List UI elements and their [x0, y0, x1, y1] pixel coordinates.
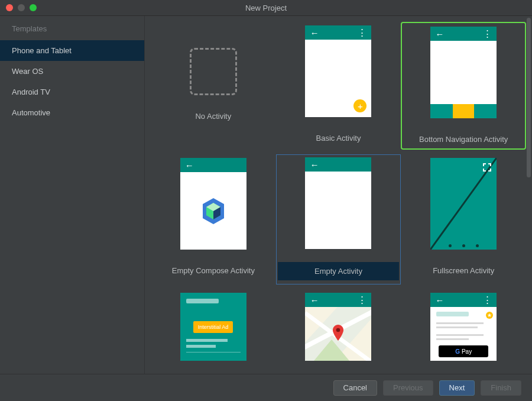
template-google-maps[interactable]: ← ⋮	[276, 289, 401, 366]
template-empty-compose[interactable]: ← Empty Compose Activity	[151, 154, 276, 284]
sidebar-item-android-tv[interactable]: Android TV	[0, 82, 144, 102]
star-badge-icon: ★	[486, 312, 493, 319]
more-vert-icon: ⋮	[483, 295, 492, 305]
template-label: No Activity	[195, 112, 231, 121]
sidebar-item-wear-os[interactable]: Wear OS	[0, 61, 144, 82]
sidebar-header: Templates	[0, 16, 144, 40]
template-thumbnail: Interstitial Ad	[180, 293, 246, 361]
template-interstitial-ad[interactable]: Interstitial Ad	[151, 289, 276, 366]
template-thumbnail: ← ⋮ +	[305, 25, 371, 117]
template-label: Empty Compose Activity	[172, 266, 255, 275]
cancel-button[interactable]: Cancel	[333, 380, 377, 396]
back-arrow-icon: ←	[185, 160, 194, 170]
gpay-button: G G Pay Pay	[439, 345, 488, 357]
fullscreen-icon	[482, 163, 492, 172]
bottom-nav-bar	[430, 104, 497, 118]
compose-logo-icon	[200, 197, 226, 225]
template-google-pay[interactable]: ← ⋮ ★ G G Pay Pay	[401, 289, 526, 366]
template-label: Empty Activity	[278, 262, 400, 280]
ad-badge: Interstitial Ad	[193, 321, 233, 333]
sidebar-item-automotive[interactable]: Automotive	[0, 102, 144, 123]
template-fullscreen[interactable]: Fullscreen Activity	[401, 154, 526, 284]
sidebar-item-label: Wear OS	[12, 67, 43, 76]
template-label: Fullscreen Activity	[433, 266, 494, 275]
template-label: Basic Activity	[316, 134, 361, 143]
sidebar: Templates Phone and Tablet Wear OS Andro…	[0, 16, 145, 374]
back-arrow-icon: ←	[435, 295, 444, 305]
previous-button[interactable]: Previous	[383, 380, 433, 396]
sidebar-item-label: Phone and Tablet	[12, 46, 72, 55]
back-arrow-icon: ←	[435, 29, 444, 39]
button-label: Previous	[393, 383, 423, 392]
button-label: Finish	[491, 383, 511, 392]
button-label: Cancel	[343, 383, 367, 392]
map-pin-icon	[332, 325, 344, 341]
scrollbar[interactable]	[527, 18, 531, 177]
sidebar-item-label: Android TV	[12, 88, 50, 96]
template-label: Bottom Navigation Activity	[419, 135, 508, 144]
main: Templates Phone and Tablet Wear OS Andro…	[0, 16, 532, 374]
window-title: New Project	[0, 4, 532, 12]
back-arrow-icon: ←	[310, 160, 319, 170]
template-grid-container: No Activity ← ⋮ + Basic Activity	[145, 16, 532, 374]
more-vert-icon: ⋮	[358, 295, 366, 305]
template-thumbnail: ← ⋮	[305, 293, 371, 361]
sidebar-item-phone-tablet[interactable]: Phone and Tablet	[0, 40, 144, 61]
more-vert-icon: ⋮	[358, 27, 366, 38]
template-basic-activity[interactable]: ← ⋮ + Basic Activity	[276, 22, 401, 150]
no-activity-icon	[190, 48, 237, 95]
button-label: Next	[449, 383, 465, 392]
template-thumbnail: ← ⋮ ★ G G Pay Pay	[430, 293, 497, 361]
back-arrow-icon: ←	[310, 295, 319, 305]
template-empty-activity[interactable]: ← Empty Activity	[276, 154, 401, 284]
back-arrow-icon: ←	[310, 28, 319, 38]
footer: Cancel Previous Next Finish	[0, 374, 532, 401]
svg-point-10	[336, 328, 340, 332]
more-vert-icon: ⋮	[483, 28, 492, 39]
template-thumbnail: ← ⋮	[430, 27, 497, 118]
next-button[interactable]: Next	[439, 380, 475, 396]
titlebar: New Project	[0, 0, 532, 16]
template-thumbnail: ←	[305, 157, 371, 249]
finish-button[interactable]: Finish	[481, 380, 521, 396]
sidebar-item-label: Automotive	[12, 108, 50, 117]
template-bottom-navigation[interactable]: ← ⋮ Bottom Navigation Activity	[401, 22, 526, 150]
template-grid: No Activity ← ⋮ + Basic Activity	[151, 22, 526, 366]
template-thumbnail	[430, 158, 497, 250]
template-no-activity[interactable]: No Activity	[151, 22, 276, 150]
template-thumbnail: ←	[180, 158, 246, 250]
